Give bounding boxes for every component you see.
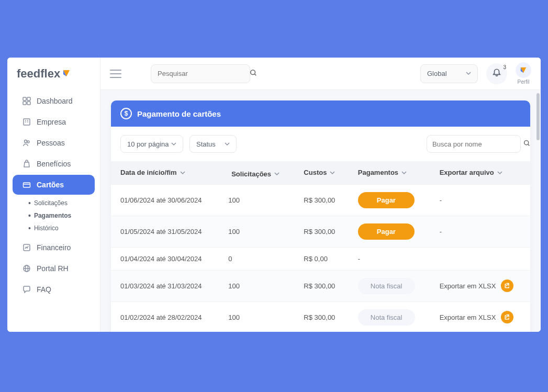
subnav-historico[interactable]: Histórico bbox=[28, 222, 100, 234]
sidebar-item-label: FAQ bbox=[37, 285, 51, 294]
svg-point-17 bbox=[251, 70, 255, 74]
cell-export bbox=[430, 247, 530, 270]
content: $ Pagamento de cartões 10 por página Sta… bbox=[100, 90, 541, 332]
cell-requests: 100 bbox=[219, 184, 294, 216]
svg-rect-11 bbox=[24, 183, 30, 187]
chevron-down-icon bbox=[466, 70, 471, 77]
cell-export: - bbox=[430, 216, 530, 247]
card-header: $ Pagamento de cartões bbox=[111, 100, 530, 127]
pay-button[interactable]: Pagar bbox=[358, 223, 415, 240]
sidebar-item-label: Benefícios bbox=[37, 160, 71, 168]
cell-costs: R$ 0,00 bbox=[294, 247, 348, 270]
cell-export: Exportar em XLSX bbox=[430, 301, 530, 332]
sidebar-item-beneficios[interactable]: Benefícios bbox=[13, 154, 95, 174]
scope-dropdown[interactable]: Global bbox=[420, 64, 478, 83]
notifications-button[interactable]: 3 bbox=[486, 63, 507, 84]
svg-point-19 bbox=[524, 141, 529, 145]
cell-costs: R$ 300,00 bbox=[294, 184, 348, 216]
avatar bbox=[516, 62, 531, 78]
sidebar-item-cartoes[interactable]: Cartões bbox=[13, 175, 95, 195]
cell-date: 01/05/2024 até 31/05/2024 bbox=[111, 216, 219, 247]
profile-label: Perfil bbox=[518, 79, 530, 85]
export-icon[interactable] bbox=[501, 311, 513, 323]
global-search[interactable] bbox=[151, 64, 250, 83]
search-input[interactable] bbox=[158, 70, 245, 77]
col-requests[interactable]: Solicitações bbox=[219, 161, 294, 184]
col-payments[interactable]: Pagamentos bbox=[349, 161, 430, 184]
cell-payment: - bbox=[349, 247, 430, 270]
table-row: 01/03/2024 até 31/03/2024100R$ 300,00Not… bbox=[111, 270, 530, 301]
search-icon bbox=[523, 139, 530, 149]
notification-count: 3 bbox=[503, 64, 506, 70]
dollar-icon: $ bbox=[120, 108, 132, 119]
chat-icon bbox=[22, 285, 31, 294]
chart-icon bbox=[22, 243, 31, 252]
pay-button[interactable]: Pagar bbox=[358, 192, 415, 208]
svg-point-10 bbox=[27, 141, 29, 143]
subnav-pagamentos[interactable]: Pagamentos bbox=[28, 209, 100, 222]
cell-requests: 0 bbox=[219, 247, 294, 270]
nav-list-lower: Financeiro Portal RH FAQ bbox=[7, 238, 100, 299]
logo: feedflex bbox=[7, 67, 100, 90]
menu-toggle-icon[interactable] bbox=[110, 70, 121, 78]
export-icon[interactable] bbox=[501, 279, 513, 292]
sidebar-item-label: Portal RH bbox=[37, 264, 69, 273]
globe-icon bbox=[22, 264, 31, 273]
export-label: Exportar em XLSX bbox=[440, 313, 496, 321]
sidebar-item-label: Dashboard bbox=[37, 97, 73, 105]
cell-payment: Nota fiscal bbox=[349, 270, 430, 301]
col-export[interactable]: Exportar arquivo bbox=[430, 161, 530, 184]
payments-table: Data de início/fim Solicitações Custos P… bbox=[111, 161, 530, 332]
table-search[interactable] bbox=[427, 135, 521, 153]
page-title: Pagamento de cartões bbox=[137, 109, 221, 118]
table-row: 01/05/2024 até 31/05/2024100R$ 300,00Pag… bbox=[111, 216, 530, 247]
sidebar-item-label: Empresa bbox=[37, 118, 66, 126]
table-row: 01/06/2024 até 30/06/2024100R$ 300,00Pag… bbox=[111, 184, 530, 216]
sidebar-item-faq[interactable]: FAQ bbox=[13, 279, 95, 299]
sidebar-item-label: Financeiro bbox=[37, 243, 71, 252]
per-page-select[interactable]: 10 por página bbox=[120, 135, 183, 153]
sidebar-item-dashboard[interactable]: Dashboard bbox=[13, 91, 95, 111]
scope-label: Global bbox=[427, 70, 447, 77]
cell-export: Exportar em XLSX bbox=[430, 270, 530, 301]
svg-rect-1 bbox=[27, 97, 30, 100]
cell-date: 01/03/2024 até 31/03/2024 bbox=[111, 270, 219, 301]
col-costs[interactable]: Custos bbox=[294, 161, 348, 184]
cell-payment: Nota fiscal bbox=[349, 301, 430, 332]
main-area: Global 3 Perfil $ Pagamento de cartões bbox=[100, 58, 541, 332]
bell-icon bbox=[492, 68, 501, 80]
app-frame: feedflex Dashboard Empresa Pessoas Benef… bbox=[7, 58, 541, 332]
table-row: 01/02/2024 até 28/02/2024100R$ 300,00Not… bbox=[111, 301, 530, 332]
topbar: Global 3 Perfil bbox=[100, 58, 541, 90]
sidebar-item-label: Pessoas bbox=[37, 139, 65, 147]
svg-point-9 bbox=[25, 140, 27, 143]
cell-requests: 100 bbox=[219, 216, 294, 247]
people-icon bbox=[22, 138, 31, 148]
sidebar-item-financeiro[interactable]: Financeiro bbox=[13, 238, 95, 257]
search-icon bbox=[250, 69, 257, 79]
payments-card: $ Pagamento de cartões 10 por página Sta… bbox=[111, 100, 530, 332]
export-label: Exportar em XLSX bbox=[440, 282, 496, 290]
table-header-row: Data de início/fim Solicitações Custos P… bbox=[111, 161, 530, 184]
scrollbar[interactable] bbox=[536, 93, 540, 140]
cell-payment: Pagar bbox=[349, 216, 430, 247]
sidebar-item-pessoas[interactable]: Pessoas bbox=[13, 133, 95, 153]
svg-line-18 bbox=[255, 74, 256, 75]
building-icon bbox=[22, 117, 31, 127]
profile-menu[interactable]: Perfil bbox=[516, 62, 531, 85]
subnav-solicitacoes[interactable]: Solicitações bbox=[28, 197, 100, 209]
sidebar-item-portal-rh[interactable]: Portal RH bbox=[13, 259, 95, 278]
col-date[interactable]: Data de início/fim bbox=[111, 161, 219, 184]
cell-date: 01/02/2024 até 28/02/2024 bbox=[111, 301, 219, 332]
invoice-button[interactable]: Nota fiscal bbox=[358, 278, 415, 294]
svg-rect-2 bbox=[23, 102, 26, 105]
sidebar-item-empresa[interactable]: Empresa bbox=[13, 112, 95, 132]
invoice-button[interactable]: Nota fiscal bbox=[358, 309, 415, 326]
cell-payment: Pagar bbox=[349, 184, 430, 216]
dashboard-icon bbox=[22, 96, 31, 106]
table-search-input[interactable] bbox=[432, 140, 520, 148]
sidebar-item-label: Cartões bbox=[37, 181, 64, 189]
cartoes-subnav: Solicitações Pagamentos Histórico bbox=[7, 197, 100, 234]
status-select[interactable]: Status bbox=[189, 135, 237, 153]
cell-requests: 100 bbox=[219, 270, 294, 301]
